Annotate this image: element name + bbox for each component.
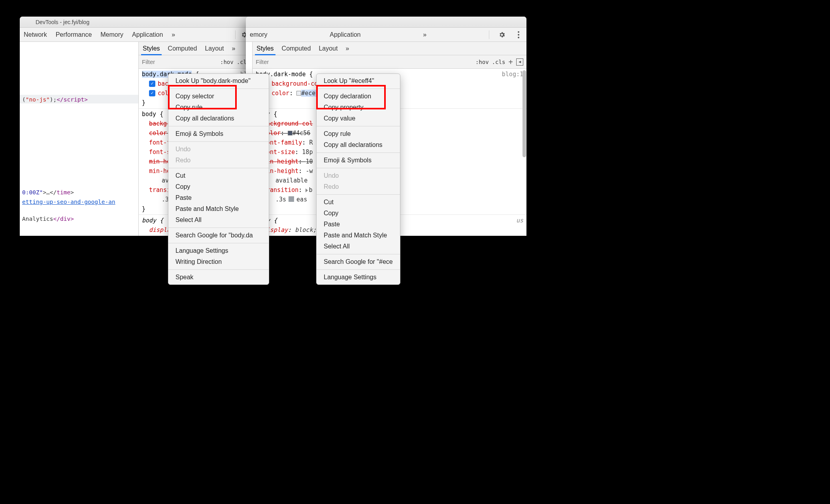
menu-item-lang-settings[interactable]: Language Settings — [317, 272, 400, 283]
menu-item-lang-settings[interactable]: Language Settings — [168, 245, 269, 256]
subtab-layout[interactable]: Layout — [319, 45, 338, 52]
context-menu[interactable]: Look Up "#eceff4" Copy declaration Copy … — [316, 73, 400, 285]
menu-separator — [168, 88, 269, 89]
menu-item-lookup[interactable]: Look Up "#eceff4" — [317, 75, 400, 87]
menu-separator — [168, 243, 269, 243]
elements-code-line: 0:00Z">…</time> — [22, 188, 136, 197]
menu-item-paste[interactable]: Paste — [168, 192, 269, 203]
menu-separator — [317, 194, 400, 195]
layout-toggle-icon[interactable] — [516, 58, 523, 66]
tab-memory[interactable]: emory — [250, 31, 267, 38]
svg-point-3 — [518, 31, 519, 33]
checkbox-icon[interactable]: ✓ — [149, 81, 155, 87]
cls-toggle[interactable]: .cls — [492, 59, 506, 65]
window-titlebar: DevTools - jec.fyi/blog — [20, 17, 265, 28]
menu-separator — [168, 126, 269, 126]
tab-performance[interactable]: Performance — [56, 31, 92, 38]
subtab-computed[interactable]: Computed — [168, 45, 197, 52]
menu-item-writing-dir[interactable]: Writing Direction — [168, 256, 269, 267]
window-titlebar — [246, 17, 526, 28]
menu-separator — [168, 269, 269, 270]
menu-separator — [168, 168, 269, 168]
menu-separator — [168, 228, 269, 228]
subtab-layout[interactable]: Layout — [205, 45, 224, 52]
menu-item-redo: Redo — [168, 155, 269, 166]
menu-item-copy-property[interactable]: Copy property — [317, 102, 400, 113]
filter-input[interactable] — [142, 58, 217, 65]
menu-item-copy[interactable]: Copy — [168, 181, 269, 192]
menu-item-speak[interactable]: Speak — [168, 272, 269, 283]
menu-item-copy-selector[interactable]: Copy selector — [168, 91, 269, 102]
css-selector[interactable]: body — [142, 217, 156, 224]
subtab-computed[interactable]: Computed — [282, 45, 311, 52]
menu-separator — [317, 254, 400, 254]
tab-application[interactable]: Application — [330, 31, 360, 38]
subtab-overflow[interactable]: » — [345, 45, 349, 52]
bezier-icon[interactable] — [289, 196, 294, 202]
menu-item-emoji[interactable]: Emoji & Symbols — [168, 128, 269, 139]
menu-item-search-google[interactable]: Search Google for "#ece — [317, 256, 400, 267]
menu-item-copy-rule[interactable]: Copy rule — [317, 128, 400, 139]
menu-separator — [317, 152, 400, 153]
subtab-styles[interactable]: Styles — [257, 45, 274, 52]
menu-item-undo: Undo — [168, 144, 269, 155]
source-link[interactable]: blog:1 — [502, 70, 523, 79]
expand-icon[interactable] — [306, 188, 308, 192]
separator — [489, 30, 489, 39]
menu-separator — [317, 168, 400, 168]
menu-item-paste-match[interactable]: Paste and Match Style — [317, 230, 400, 241]
subtab-overflow[interactable]: » — [232, 45, 235, 52]
main-tab-bar: emory Application » — [246, 28, 526, 42]
elements-tree[interactable]: ("no-js");</script> 0:00Z">…</time> etti… — [20, 42, 138, 236]
hov-toggle[interactable]: :hov — [220, 59, 234, 65]
menu-item-cut[interactable]: Cut — [168, 170, 269, 181]
menu-item-search-google[interactable]: Search Google for "body.da — [168, 230, 269, 241]
menu-separator — [317, 88, 400, 89]
hov-toggle[interactable]: :hov — [475, 59, 489, 65]
menu-item-copy-rule[interactable]: Copy rule — [168, 102, 269, 113]
menu-separator — [317, 126, 400, 126]
tab-overflow[interactable]: » — [172, 31, 175, 38]
scrollbar[interactable] — [522, 69, 526, 164]
tab-application[interactable]: Application — [132, 31, 163, 38]
css-selector[interactable]: body — [142, 111, 156, 118]
menu-item-redo: Redo — [317, 181, 400, 192]
menu-item-emoji[interactable]: Emoji & Symbols — [317, 155, 400, 166]
main-tab-bar: Network Performance Memory Application » — [20, 28, 265, 42]
menu-separator — [168, 141, 269, 142]
menu-item-copy-declaration[interactable]: Copy declaration — [317, 91, 400, 102]
elements-code-line: etting-up-seo-and-google-an — [22, 197, 136, 207]
menu-item-cut[interactable]: Cut — [317, 197, 400, 208]
color-swatch-icon[interactable] — [296, 91, 301, 96]
menu-item-copy-all-decl[interactable]: Copy all declarations — [168, 113, 269, 124]
sidebar-tabs: Styles Computed Layout » — [253, 42, 526, 55]
tab-memory[interactable]: Memory — [100, 31, 123, 38]
separator — [235, 30, 236, 39]
svg-point-4 — [518, 34, 519, 36]
filter-input[interactable] — [256, 58, 472, 65]
svg-point-5 — [518, 37, 519, 38]
elements-code-line: ("no-js");</script> — [22, 95, 136, 105]
menu-item-copy[interactable]: Copy — [317, 208, 400, 219]
menu-separator — [317, 269, 400, 270]
menu-item-lookup[interactable]: Look Up "body.dark-mode" — [168, 75, 269, 87]
checkbox-icon[interactable]: ✓ — [149, 90, 155, 96]
menu-item-paste-match[interactable]: Paste and Match Style — [168, 203, 269, 214]
tab-overflow[interactable]: » — [423, 31, 426, 38]
menu-item-select-all[interactable]: Select All — [168, 214, 269, 226]
gear-icon[interactable] — [498, 31, 506, 39]
subtab-styles[interactable]: Styles — [143, 45, 160, 52]
menu-item-paste[interactable]: Paste — [317, 219, 400, 230]
menu-item-copy-value[interactable]: Copy value — [317, 113, 400, 124]
menu-item-undo: Undo — [317, 170, 400, 181]
menu-item-copy-all-decl[interactable]: Copy all declarations — [317, 139, 400, 150]
menu-item-select-all[interactable]: Select All — [317, 241, 400, 252]
styles-filter-bar: :hov .cls + — [253, 55, 526, 69]
window-title: DevTools - jec.fyi/blog — [36, 19, 89, 25]
color-swatch-icon[interactable] — [288, 131, 292, 135]
tab-network[interactable]: Network — [24, 31, 47, 38]
kebab-icon[interactable] — [515, 31, 523, 39]
elements-code-line: Analytics</div> — [22, 214, 136, 224]
new-rule-button[interactable]: + — [508, 58, 513, 66]
context-menu[interactable]: Look Up "body.dark-mode" Copy selector C… — [168, 73, 269, 285]
